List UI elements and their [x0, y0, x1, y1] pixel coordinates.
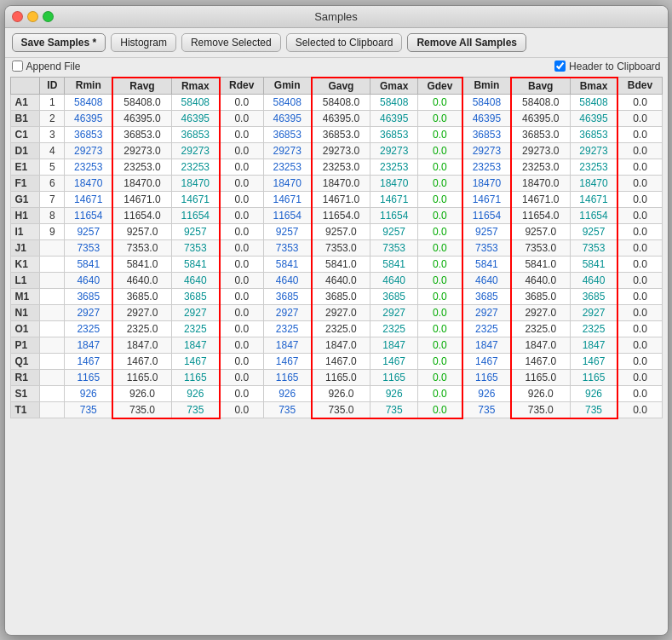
table-cell: 926 [65, 385, 112, 401]
table-row: R111651165.011650.011651165.011650.01165… [10, 369, 662, 385]
table-cell: 2325 [263, 320, 311, 337]
table-cell: 0.0 [418, 320, 462, 337]
table-cell: 735 [263, 401, 311, 418]
table-row: H181165411654.0116540.01165411654.011654… [10, 207, 662, 223]
table-cell: 29273 [370, 142, 418, 159]
table-cell: 3685 [570, 288, 617, 304]
table-cell: 1847.0 [312, 337, 370, 353]
table-cell: 3685.0 [112, 288, 171, 304]
append-file-checkbox[interactable] [12, 61, 23, 72]
table-cell: 58408.0 [312, 94, 370, 110]
table-cell: 2325 [570, 320, 617, 337]
table-row: C133685336853.0368530.03685336853.036853… [10, 126, 662, 142]
table-cell: 14671 [570, 191, 617, 207]
append-file-label[interactable]: Append File [12, 61, 81, 72]
table-cell: 9257 [370, 223, 418, 239]
table-cell [40, 353, 65, 369]
save-samples-button[interactable]: Save Samples * [12, 33, 106, 52]
table-cell: 1 [40, 94, 65, 110]
table-cell: 9257 [462, 223, 511, 239]
table-cell: 1165 [263, 369, 311, 385]
samples-table: ID Rmin Ravg Rmax Rdev Gmin Gavg Gmax Gd… [10, 77, 663, 419]
remove-selected-button[interactable]: Remove Selected [181, 33, 281, 52]
table-row: G171467114671.0146710.01467114671.014671… [10, 191, 662, 207]
table-cell: 7353 [370, 239, 418, 256]
table-cell: 0.0 [617, 175, 662, 191]
minimize-button[interactable] [27, 11, 38, 22]
table-cell: 2927 [171, 304, 219, 320]
table-cell: 36853 [171, 126, 219, 142]
table-cell: 18470.0 [511, 175, 570, 191]
table-cell: 0.0 [418, 207, 462, 223]
remove-all-samples-button[interactable]: Remove All Samples [407, 33, 526, 52]
table-cell: 14671 [462, 191, 511, 207]
table-cell: 1847.0 [112, 337, 171, 353]
table-cell: 0.0 [617, 110, 662, 126]
table-cell: D1 [10, 142, 40, 159]
table-cell: 3685.0 [511, 288, 570, 304]
table-cell: 1165 [171, 369, 219, 385]
table-cell: 0.0 [220, 272, 263, 288]
table-cell: 7353 [263, 239, 311, 256]
selected-to-clipboard-button[interactable]: Selected to Clipboard [286, 33, 403, 52]
col-header-ravg: Ravg [112, 78, 171, 95]
table-cell [40, 256, 65, 272]
table-cell: M1 [10, 288, 40, 304]
table-cell: 735.0 [511, 401, 570, 418]
table-cell: 926 [263, 385, 311, 401]
table-cell: E1 [10, 159, 40, 175]
table-cell: 2927.0 [112, 304, 171, 320]
table-cell: 2325 [65, 320, 112, 337]
table-cell: 2325.0 [312, 320, 370, 337]
table-cell: 5841 [65, 256, 112, 272]
table-cell: 14671.0 [312, 191, 370, 207]
table-cell: 1467 [462, 353, 511, 369]
table-cell: 926 [570, 385, 617, 401]
table-cell: 36853 [462, 126, 511, 142]
table-cell: 58408 [462, 94, 511, 110]
table-cell: 2927 [263, 304, 311, 320]
table-cell: 0.0 [418, 272, 462, 288]
table-cell: 0.0 [220, 175, 263, 191]
header-clipboard-checkbox[interactable] [554, 61, 566, 72]
table-cell: 14671 [171, 191, 219, 207]
table-cell: 23253 [171, 159, 219, 175]
header-clipboard-label[interactable]: Header to Clipboard [554, 61, 660, 72]
table-cell: 1467 [570, 353, 617, 369]
table-cell: L1 [10, 272, 40, 288]
table-cell: H1 [10, 207, 40, 223]
table-cell: 9257 [570, 223, 617, 239]
table-cell: 2325 [370, 320, 418, 337]
table-cell: 23253 [570, 159, 617, 175]
table-cell: 29273 [462, 142, 511, 159]
table-cell: 1847 [370, 337, 418, 353]
table-cell [40, 239, 65, 256]
table-cell: 3685.0 [312, 288, 370, 304]
table-cell: 2927 [370, 304, 418, 320]
table-cell: 9 [40, 223, 65, 239]
table-cell: 14671.0 [511, 191, 570, 207]
table-cell: P1 [10, 337, 40, 353]
window-title: Samples [314, 10, 358, 23]
table-row: P118471847.018470.018471847.018470.01847… [10, 337, 662, 353]
table-cell: 0.0 [220, 320, 263, 337]
table-cell: 29273 [570, 142, 617, 159]
table-cell: 1467 [65, 353, 112, 369]
table-cell: 4640.0 [312, 272, 370, 288]
table-cell: 2 [40, 110, 65, 126]
col-header-gavg: Gavg [312, 78, 370, 95]
table-cell: 18470 [570, 175, 617, 191]
table-cell: 1165 [462, 369, 511, 385]
histogram-button[interactable]: Histogram [111, 33, 176, 52]
table-cell: 0.0 [617, 272, 662, 288]
maximize-button[interactable] [43, 11, 54, 22]
table-cell: T1 [10, 401, 40, 418]
table-cell: 46395 [65, 110, 112, 126]
table-cell: 11654 [263, 207, 311, 223]
close-button[interactable] [12, 11, 23, 22]
table-cell: 0.0 [418, 337, 462, 353]
table-cell: 0.0 [220, 304, 263, 320]
table-cell: N1 [10, 304, 40, 320]
col-header-gmax: Gmax [370, 78, 418, 95]
table-cell: 2927 [462, 304, 511, 320]
